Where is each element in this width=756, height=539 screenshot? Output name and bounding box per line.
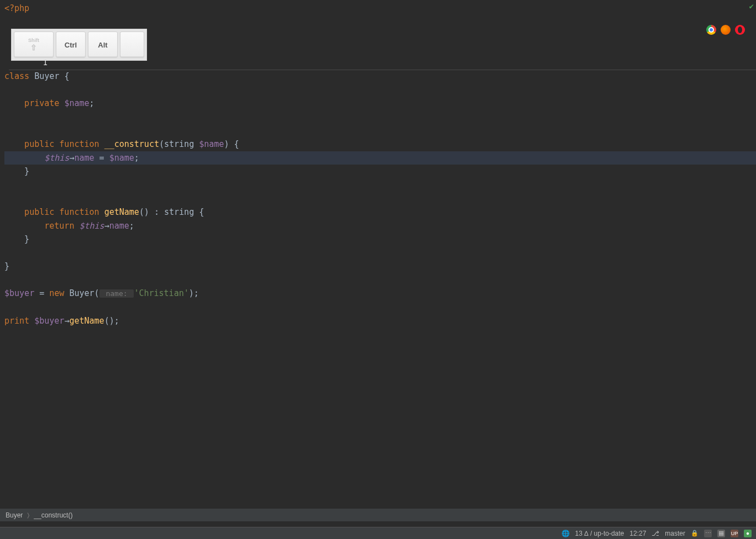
code-line — [4, 300, 756, 314]
code-line — [4, 83, 756, 97]
crumb-class[interactable]: Buyer — [6, 511, 23, 519]
code-line — [4, 246, 756, 260]
breadcrumb[interactable]: Buyer ❭ __construct() — [0, 508, 756, 521]
key-blank — [120, 31, 144, 58]
gutter — [0, 0, 4, 521]
key-overlay: Shift ⇧ Ctrl Alt — [11, 29, 147, 61]
text-cursor-icon: 𝙸 — [43, 58, 48, 67]
status-bar: 🌐 13 ∆ / up-to-date 12:27 ⎇ master 🔒 ⋯ ▦… — [0, 527, 756, 539]
code-line: $buyer = new Buyer( name: 'Christian'); — [4, 287, 756, 300]
code-line: } — [4, 260, 756, 273]
status-widget-4[interactable]: ● — [744, 530, 752, 537]
code-line — [4, 273, 756, 287]
status-branch[interactable]: master — [665, 530, 685, 537]
git-branch-icon[interactable]: ⎇ — [652, 530, 659, 537]
code-line: public function __construct(string $name… — [4, 138, 756, 151]
code-line: print $buyer→getName(); — [4, 314, 756, 328]
code-line — [4, 178, 756, 192]
key-alt: Alt — [88, 31, 118, 58]
method-separator — [9, 70, 756, 70]
code-line: <?php — [4, 2, 756, 15]
key-shift: Shift ⇧ — [14, 31, 54, 58]
code-area[interactable]: <?php class Buyer { private $name; publi… — [4, 0, 756, 521]
status-widget-1[interactable]: ⋯ — [704, 530, 712, 537]
code-line: private $name; — [4, 97, 756, 110]
code-line: } — [4, 232, 756, 246]
code-line: class Buyer { — [4, 70, 756, 83]
code-line: return $this→name; — [4, 219, 756, 233]
chevron-right-icon: ❭ — [26, 512, 30, 518]
code-line — [4, 124, 756, 138]
param-hint: name: — [99, 289, 134, 298]
key-ctrl: Ctrl — [56, 31, 86, 58]
code-editor[interactable]: ✔ <?php class Buyer { private $name; pub… — [0, 0, 756, 521]
code-line — [4, 192, 756, 205]
globe-icon[interactable]: 🌐 — [561, 530, 570, 537]
code-line: } — [4, 165, 756, 178]
shift-arrow-icon: ⇧ — [30, 43, 37, 52]
crumb-method[interactable]: __construct() — [34, 511, 72, 519]
code-line — [4, 110, 756, 124]
code-line: public function getName() : string { — [4, 205, 756, 219]
code-line-current: $this→name = $name; — [4, 151, 756, 165]
lock-icon[interactable]: 🔒 — [691, 530, 699, 537]
code-line — [4, 15, 756, 29]
status-position[interactable]: 12:27 — [629, 530, 646, 537]
status-widget-2[interactable]: ▦ — [717, 530, 725, 537]
status-problems[interactable]: 13 ∆ / up-to-date — [575, 530, 624, 537]
status-widget-3[interactable]: UP — [731, 530, 738, 537]
